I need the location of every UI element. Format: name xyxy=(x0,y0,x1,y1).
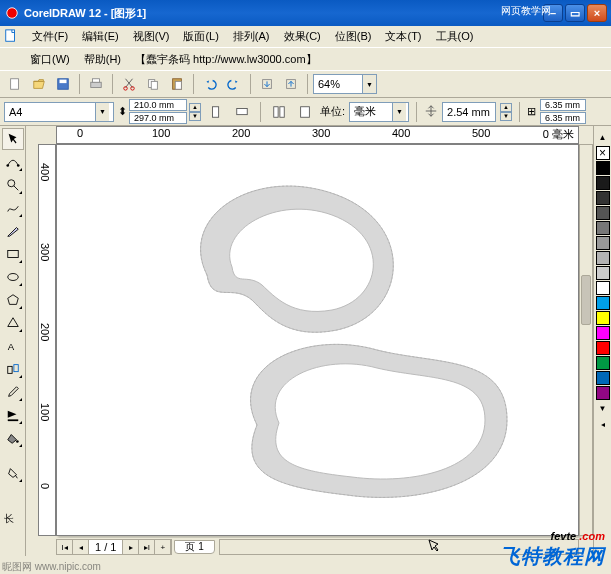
menu-edit[interactable]: 编辑(E) xyxy=(76,27,125,46)
paper-size-input[interactable] xyxy=(5,106,95,118)
ruler-horizontal[interactable]: 0 100 200 300 400 500 0 毫米 xyxy=(56,126,579,144)
page-tab[interactable]: 页 1 xyxy=(174,540,214,554)
menu-window[interactable]: 窗口(W) xyxy=(24,50,76,69)
page-last-button[interactable]: ▸I xyxy=(139,540,155,554)
eyedropper-tool[interactable] xyxy=(2,381,24,403)
chevron-down-icon[interactable]: ▼ xyxy=(362,75,376,93)
zoom-combo[interactable]: ▼ xyxy=(313,74,377,94)
text-tool[interactable]: A xyxy=(2,335,24,357)
print-button[interactable] xyxy=(85,73,107,95)
menu-help[interactable]: 帮助(H) xyxy=(78,50,127,69)
svg-point-21 xyxy=(16,164,19,167)
ellipse-tool[interactable] xyxy=(2,266,24,288)
menu-arrange[interactable]: 排列(A) xyxy=(227,27,276,46)
portrait-button[interactable] xyxy=(205,101,227,123)
paper-size-combo[interactable]: ▼ xyxy=(4,102,114,122)
color-swatch[interactable] xyxy=(596,296,610,310)
new-button[interactable] xyxy=(4,73,26,95)
dup-y-input[interactable] xyxy=(541,113,585,123)
blend-tool[interactable] xyxy=(2,358,24,380)
palette-down-button[interactable]: ▼ xyxy=(596,401,610,415)
copy-button[interactable] xyxy=(142,73,164,95)
open-button[interactable] xyxy=(28,73,50,95)
paste-button[interactable] xyxy=(166,73,188,95)
nudge-icon xyxy=(424,104,438,120)
separator xyxy=(416,102,417,122)
dup-x-input[interactable] xyxy=(541,100,585,110)
smart-tool[interactable] xyxy=(2,220,24,242)
color-swatch[interactable] xyxy=(596,176,610,190)
color-swatch[interactable] xyxy=(596,221,610,235)
polygon-tool[interactable] xyxy=(2,289,24,311)
cut-button[interactable] xyxy=(118,73,140,95)
color-swatch[interactable] xyxy=(596,206,610,220)
close-button[interactable]: × xyxy=(587,4,607,22)
pick-tool[interactable] xyxy=(2,128,24,150)
dims-spinner[interactable]: ▲▼ xyxy=(189,103,201,121)
freehand-tool[interactable] xyxy=(2,197,24,219)
canvas[interactable] xyxy=(56,144,579,536)
redo-button[interactable] xyxy=(223,73,245,95)
color-swatch[interactable] xyxy=(596,356,610,370)
menu-effects[interactable]: 效果(C) xyxy=(278,27,327,46)
menu-view[interactable]: 视图(V) xyxy=(127,27,176,46)
color-swatch[interactable] xyxy=(596,236,610,250)
color-swatch[interactable] xyxy=(596,191,610,205)
color-swatch[interactable] xyxy=(596,251,610,265)
vertical-scrollbar[interactable] xyxy=(579,144,593,536)
color-swatch[interactable] xyxy=(596,161,610,175)
drawing-shape[interactable] xyxy=(107,155,527,515)
ruler-vertical[interactable]: 400 300 200 100 0 xyxy=(38,144,56,536)
svg-rect-23 xyxy=(7,251,18,258)
page-next-button[interactable]: ▸ xyxy=(123,540,139,554)
shape-tool[interactable] xyxy=(2,151,24,173)
nudge-input[interactable] xyxy=(443,106,495,118)
palette-expand-button[interactable]: ◂ xyxy=(596,417,610,431)
color-swatch[interactable] xyxy=(596,326,610,340)
palette-up-button[interactable]: ▲ xyxy=(596,130,610,144)
color-swatch[interactable] xyxy=(596,281,610,295)
outline-tool[interactable] xyxy=(2,404,24,426)
page-add-button[interactable]: + xyxy=(155,540,171,554)
chevron-down-icon[interactable]: ▼ xyxy=(95,103,109,121)
paper-width-input[interactable] xyxy=(130,100,186,110)
nudge-spinner[interactable]: ▲▼ xyxy=(500,103,512,121)
menu-layout[interactable]: 版面(L) xyxy=(177,27,224,46)
color-swatch[interactable] xyxy=(596,371,610,385)
menu-extra[interactable]: 【蠢宇条码 http://www.lw3000.com】 xyxy=(129,50,323,69)
color-swatch[interactable] xyxy=(596,341,610,355)
basic-shapes-tool[interactable] xyxy=(2,312,24,334)
page-icon[interactable] xyxy=(268,101,290,123)
app-icon xyxy=(4,5,20,21)
undo-button[interactable] xyxy=(199,73,221,95)
scrollbar-thumb[interactable] xyxy=(581,275,591,325)
color-swatch[interactable] xyxy=(596,386,610,400)
rectangle-tool[interactable] xyxy=(2,243,24,265)
dup-icon: ⊞ xyxy=(527,105,536,118)
page-prev-button[interactable]: ◂ xyxy=(73,540,89,554)
chevron-down-icon[interactable]: ▼ xyxy=(392,103,406,121)
import-button[interactable] xyxy=(256,73,278,95)
landscape-button[interactable] xyxy=(231,101,253,123)
maximize-button[interactable]: ▭ xyxy=(565,4,585,22)
units-input[interactable] xyxy=(350,106,392,118)
color-swatch[interactable] xyxy=(596,266,610,280)
menu-tools[interactable]: 工具(O) xyxy=(430,27,480,46)
fill-tool[interactable] xyxy=(2,427,24,449)
no-fill-swatch[interactable] xyxy=(596,146,610,160)
menu-text[interactable]: 文本(T) xyxy=(379,27,427,46)
paper-height-input[interactable] xyxy=(130,113,186,123)
menu-bitmaps[interactable]: 位图(B) xyxy=(329,27,378,46)
units-combo[interactable]: ▼ xyxy=(349,102,409,122)
zoom-input[interactable] xyxy=(314,78,362,90)
page-icon2[interactable] xyxy=(294,101,316,123)
menu-file[interactable]: 文件(F) xyxy=(26,27,74,46)
page-first-button[interactable]: I◂ xyxy=(57,540,73,554)
color-swatch[interactable] xyxy=(596,311,610,325)
zoom-tool[interactable] xyxy=(2,174,24,196)
standard-toolbar: ▼ xyxy=(0,70,611,98)
interactive-fill-tool[interactable] xyxy=(2,462,24,484)
export-button[interactable] xyxy=(280,73,302,95)
save-button[interactable] xyxy=(52,73,74,95)
ruler-tick: 200 xyxy=(39,323,51,341)
